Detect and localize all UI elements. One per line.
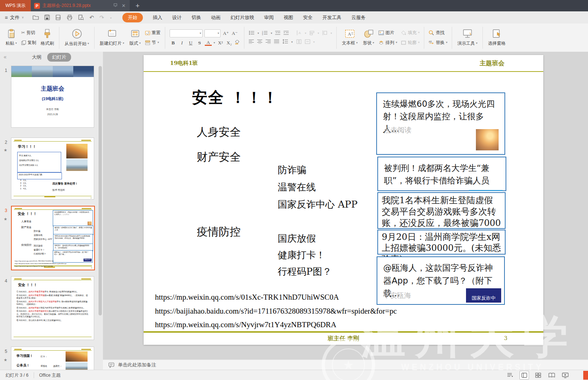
close-tab-icon[interactable]: ✕ bbox=[121, 3, 126, 8]
increase-font-size-button[interactable]: A⁺ bbox=[222, 30, 229, 36]
news-card-antifraud-app[interactable]: @瓯海人，这款国字号反诈神器App，您下载了吗？（附下载... 平安瓯海 国家反… bbox=[377, 256, 505, 305]
slide-sub-antifraud[interactable]: 防诈骗 bbox=[278, 164, 306, 176]
align-objects-icon[interactable] bbox=[309, 30, 315, 36]
shapes-button[interactable]: 形状▾ bbox=[360, 29, 377, 46]
slide-sub-travel-code[interactable]: 行程码P图？ bbox=[278, 265, 332, 278]
news-card-game-scam[interactable]: 我院1名本科生新生登陆虚假交易平台交易游戏账号多次转账，还没反应，最终被骗700… bbox=[377, 192, 506, 229]
font-family-select[interactable]: ▾ bbox=[170, 29, 203, 37]
bullet-list-icon[interactable] bbox=[249, 30, 255, 36]
slide-3-thumbnail[interactable]: 安全 ！！！ 人身安全 财产安全 防诈骗 温警在线 国家反诈中心 APP 疫情防… bbox=[11, 206, 95, 270]
numbered-list-icon[interactable]: 123 bbox=[262, 30, 268, 36]
merge-shapes-icon[interactable] bbox=[322, 30, 328, 36]
slide-header-right[interactable]: 主题班会 bbox=[480, 59, 504, 67]
slide-bullet-property-safety[interactable]: 财产安全 bbox=[197, 150, 241, 165]
slide-sub-holiday[interactable]: 国庆放假 bbox=[278, 232, 316, 245]
clear-format-icon[interactable] bbox=[234, 40, 240, 46]
replace-button[interactable]: AB替换▾ bbox=[429, 40, 447, 46]
slide-sub-antifraud-app[interactable]: 国家反诈中心 APP bbox=[278, 198, 358, 211]
decrease-font-size-button[interactable]: A⁻ bbox=[231, 30, 238, 36]
superscript-button[interactable]: X² bbox=[217, 40, 224, 46]
tab-cloud[interactable]: 云服务 bbox=[351, 14, 366, 21]
tab-security[interactable]: 安全 bbox=[303, 14, 313, 21]
news-card-sentenced[interactable]: 被判刑！成都两名大学生“兼职”，将银行卡借给诈骗人员 bbox=[377, 157, 506, 191]
document-tab[interactable]: P 主题班会-2021.9.28.pptx ✕ bbox=[31, 0, 130, 11]
slide-header-left[interactable]: 19电科1班 bbox=[170, 60, 198, 67]
normal-view-icon[interactable] bbox=[519, 371, 529, 380]
customize-toolbar-dropdown-icon[interactable]: ⌄ bbox=[110, 16, 112, 19]
subscript-button[interactable]: X₂ bbox=[226, 40, 233, 46]
arrange-button[interactable]: 排列▾ bbox=[378, 40, 397, 46]
strikethrough-button[interactable]: S bbox=[196, 40, 203, 46]
new-tab-button[interactable]: + bbox=[136, 0, 140, 11]
outline-button[interactable]: 轮廓▾ bbox=[401, 40, 419, 46]
slide-bullet-epidemic[interactable]: 疫情防控 bbox=[197, 224, 241, 240]
slide-link-2[interactable]: https://baijiahao.baidu.com/s?id=1711676… bbox=[155, 307, 397, 316]
redo-icon[interactable]: ↷ bbox=[100, 14, 104, 21]
selection-pane-button[interactable]: 选择窗格 bbox=[485, 29, 508, 47]
slide-link-3[interactable]: https://mp.weixin.qq.com/s/Nyvjrw7t1Y4yz… bbox=[155, 320, 336, 329]
format-painter-button[interactable]: 格式刷 bbox=[38, 29, 56, 47]
tab-view[interactable]: 视图 bbox=[284, 14, 293, 21]
current-slide[interactable]: 19电科1班 主题班会 安全 ！！！ 人身安全 财产安全 防诈骗 温警在线 国家… bbox=[144, 55, 543, 345]
font-color-dropdown-icon[interactable]: ▾ bbox=[214, 41, 215, 44]
theme-name[interactable]: Office 主题 bbox=[39, 372, 60, 379]
align-left-icon[interactable] bbox=[249, 39, 254, 45]
tab-review[interactable]: 审阅 bbox=[264, 14, 274, 21]
collapse-panel-icon[interactable]: « bbox=[4, 54, 7, 60]
insert-picture-button[interactable]: 图片 bbox=[378, 30, 397, 36]
notes-bar[interactable]: 单击此处添加备注 bbox=[103, 359, 588, 370]
app-home-tab[interactable]: WPS 演示 bbox=[0, 0, 31, 11]
font-color-button[interactable]: A bbox=[205, 40, 212, 46]
slide-sorter-view-icon[interactable] bbox=[534, 371, 543, 379]
cut-button[interactable]: ✂剪切 bbox=[21, 30, 36, 36]
pin-tab-icon[interactable] bbox=[112, 3, 118, 8]
justify-icon[interactable] bbox=[274, 39, 280, 45]
notes-toggle-icon[interactable] bbox=[506, 371, 515, 379]
slide-link-1[interactable]: https://mp.weixin.qq.com/s/01sXc-TRK1NhD… bbox=[155, 293, 339, 302]
play-from-current-button[interactable]: 从当前开始▾ bbox=[62, 29, 92, 47]
italic-button[interactable]: I bbox=[178, 40, 185, 46]
tab-animation[interactable]: 动画 bbox=[211, 14, 221, 21]
save-icon[interactable] bbox=[44, 15, 50, 20]
slide-2-thumbnail[interactable]: 学习！！！ 学业 困难 6人连续两次学业警告 2人2次学业警告风险 1人 202… bbox=[11, 138, 94, 200]
textbox-button[interactable]: A 文本框▾ bbox=[339, 29, 360, 46]
text-direction-icon[interactable]: A bbox=[296, 30, 302, 36]
tab-outline[interactable]: 大纲 bbox=[32, 54, 41, 61]
read-more-link[interactable]: 点击阅读 bbox=[384, 125, 411, 135]
new-slide-button[interactable]: 新建幻灯片▾ bbox=[97, 29, 127, 47]
tab-slides[interactable]: 幻灯片 bbox=[47, 53, 71, 62]
play-slideshow-button[interactable] bbox=[583, 371, 588, 380]
fill-button[interactable]: 填充▾ bbox=[401, 30, 419, 36]
slideshow-view-icon[interactable] bbox=[561, 371, 570, 379]
news-card-explosion[interactable]: 连续爆燃60多次，现场火光四射！这段屋内监控，让很多人... 点击阅读 bbox=[376, 92, 505, 155]
text-fit-icon[interactable] bbox=[305, 39, 310, 45]
tab-slideshow[interactable]: 幻灯片放映 bbox=[230, 14, 254, 21]
open-file-icon[interactable] bbox=[33, 15, 39, 20]
slide-title[interactable]: 安全 ！！！ bbox=[192, 87, 279, 108]
export-pdf-icon[interactable]: PDF bbox=[55, 15, 61, 20]
bold-button[interactable]: B bbox=[170, 40, 177, 46]
copy-button[interactable]: 复制 bbox=[21, 40, 36, 46]
file-menu[interactable]: ≡ 文件 ∨ bbox=[5, 14, 24, 21]
section-button[interactable]: 节▾ bbox=[145, 40, 160, 46]
paste-button[interactable]: 粘贴▾ bbox=[3, 29, 19, 47]
columns-icon[interactable] bbox=[296, 39, 302, 45]
tab-home[interactable]: 开始 bbox=[122, 13, 143, 22]
print-icon[interactable] bbox=[67, 15, 73, 20]
align-center-icon[interactable] bbox=[257, 39, 263, 45]
tab-insert[interactable]: 插入 bbox=[153, 14, 162, 21]
decrease-indent-icon[interactable] bbox=[275, 30, 281, 36]
reset-button[interactable]: 重置 bbox=[145, 30, 160, 36]
slide-4-thumbnail[interactable]: 安全 ！！！ ① 9月16日，温州大学教育学院学生 单用微信小程序扫码被骗380… bbox=[11, 276, 94, 340]
news-card-sept20[interactable]: 9月20日：温州商学院学生x网上招嫖被骗30000元。(未知悉验真) bbox=[377, 230, 506, 255]
find-button[interactable]: 查找 bbox=[429, 30, 447, 36]
underline-button[interactable]: U bbox=[187, 40, 194, 46]
undo-icon[interactable]: ↶ bbox=[89, 14, 94, 21]
slide-5-thumbnail[interactable]: 学习强国！ 打卡： 公务员！ 双报名 选调生： bbox=[11, 347, 94, 370]
sidebar-scrollbar[interactable] bbox=[99, 66, 102, 315]
tab-transition[interactable]: 切换 bbox=[192, 14, 201, 21]
font-size-select[interactable]: ▾ bbox=[204, 29, 221, 37]
align-right-icon[interactable] bbox=[266, 39, 271, 45]
reading-view-icon[interactable] bbox=[547, 371, 556, 379]
line-spacing-icon[interactable] bbox=[282, 39, 288, 45]
